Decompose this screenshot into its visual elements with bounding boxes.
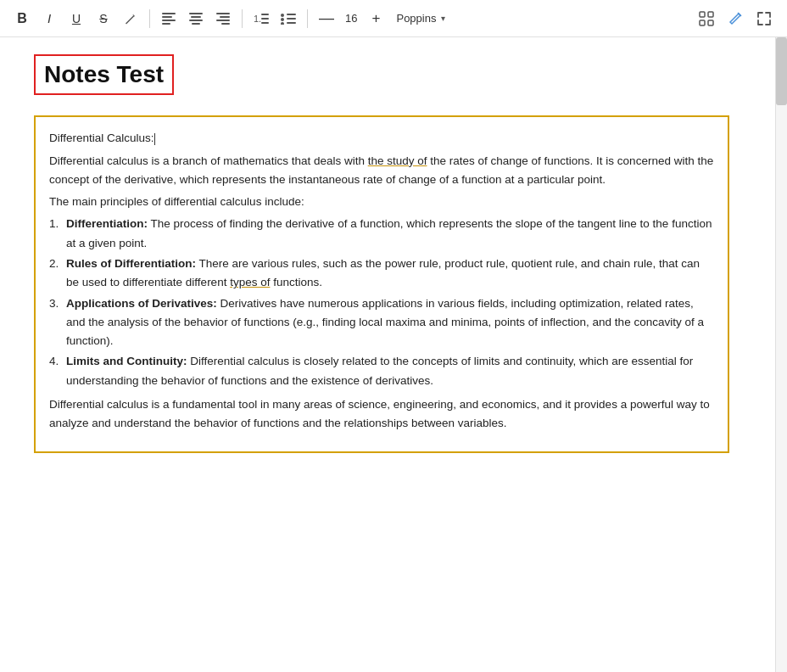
svg-rect-1 bbox=[162, 16, 172, 18]
edit-button[interactable] bbox=[723, 6, 748, 31]
divider-1 bbox=[149, 9, 150, 28]
note-paragraph1: Differential calculus is a branch of mat… bbox=[49, 152, 714, 190]
svg-rect-22 bbox=[700, 12, 705, 17]
list-item-1: 1. Differentiation: The process of findi… bbox=[49, 215, 714, 253]
list-num-3: 3. bbox=[49, 294, 63, 351]
svg-rect-0 bbox=[162, 13, 176, 14]
svg-rect-20 bbox=[287, 18, 296, 20]
list-num-2: 2. bbox=[49, 255, 63, 293]
note-heading: Differential Calculus: bbox=[49, 129, 714, 148]
font-name: Poppins bbox=[396, 12, 436, 25]
list-body-2: Rules of Differentiation: There are vari… bbox=[66, 255, 714, 293]
title-wrapper: Notes Test bbox=[34, 54, 174, 95]
list-title-4: Limits and Continuity: bbox=[66, 355, 187, 367]
svg-rect-19 bbox=[287, 14, 296, 15]
list-body-3: Applications of Derivatives: Derivatives… bbox=[66, 294, 714, 351]
ordered-list-button[interactable]: 1. bbox=[249, 7, 273, 31]
italic-button[interactable]: I bbox=[37, 7, 61, 31]
minus-button[interactable]: — bbox=[315, 7, 338, 31]
divider-2 bbox=[242, 9, 243, 28]
text-cursor bbox=[154, 133, 155, 145]
list-title-1: Differentiation: bbox=[66, 217, 148, 230]
fullscreen-button[interactable] bbox=[751, 6, 777, 31]
svg-rect-9 bbox=[220, 16, 230, 18]
bold-button[interactable]: B bbox=[10, 7, 34, 31]
svg-rect-24 bbox=[700, 20, 705, 25]
svg-rect-3 bbox=[162, 23, 170, 25]
svg-rect-4 bbox=[189, 13, 203, 14]
svg-point-17 bbox=[281, 18, 284, 21]
plus-button[interactable]: + bbox=[364, 7, 388, 31]
svg-rect-23 bbox=[708, 12, 713, 17]
note-conclusion: Differential calculus is a fundamental t… bbox=[49, 395, 714, 434]
svg-rect-8 bbox=[216, 13, 230, 14]
svg-rect-7 bbox=[192, 23, 200, 25]
doc-title: Notes Test bbox=[44, 59, 164, 90]
font-size-display: 16 bbox=[342, 7, 360, 31]
note-paragraph2: The main principles of differential calc… bbox=[49, 193, 714, 211]
svg-rect-2 bbox=[162, 20, 176, 21]
dropdown-arrow: ▾ bbox=[441, 14, 445, 23]
note-box[interactable]: Differential Calculus: Differential calc… bbox=[34, 115, 729, 453]
align-right-button[interactable] bbox=[211, 7, 235, 31]
list-item-2: 2. Rules of Differentiation: There are v… bbox=[49, 255, 714, 293]
list-item-4: 4. Limits and Continuity: Differential c… bbox=[49, 352, 714, 390]
svg-point-18 bbox=[281, 22, 284, 25]
align-left-button[interactable] bbox=[157, 7, 181, 31]
strikethrough-button[interactable]: S bbox=[92, 7, 115, 31]
list-num-4: 4. bbox=[49, 352, 63, 390]
svg-rect-11 bbox=[221, 23, 230, 25]
list-body-1: Differentiation: The process of finding … bbox=[66, 215, 714, 253]
list-num-1: 1. bbox=[49, 215, 63, 253]
note-list: 1. Differentiation: The process of findi… bbox=[49, 215, 714, 389]
svg-rect-14 bbox=[261, 18, 269, 20]
list-body-4: Limits and Continuity: Differential calc… bbox=[66, 352, 714, 390]
scrollbar-thumb[interactable] bbox=[776, 37, 787, 105]
underline-button[interactable]: U bbox=[64, 7, 88, 31]
align-center-button[interactable] bbox=[184, 7, 208, 31]
svg-rect-5 bbox=[191, 16, 201, 18]
main-content: Notes Test Differential Calculus: Differ… bbox=[0, 37, 787, 487]
svg-rect-25 bbox=[708, 20, 713, 25]
unordered-list-button[interactable] bbox=[276, 7, 300, 31]
list-item-3: 3. Applications of Derivatives: Derivati… bbox=[49, 294, 714, 351]
divider-3 bbox=[307, 9, 308, 28]
highlight-button[interactable] bbox=[119, 7, 142, 31]
underline-study-of: the study of bbox=[368, 154, 427, 167]
list-title-3: Applications of Derivatives: bbox=[66, 297, 217, 310]
list-title-2: Rules of Differentiation: bbox=[66, 257, 196, 270]
grid-button[interactable] bbox=[694, 6, 719, 31]
font-selector[interactable]: Poppins ▾ bbox=[391, 10, 450, 26]
toolbar: B I U S 1. — 16 + Poppins ▾ bbox=[0, 0, 787, 37]
underline-types-of: types of bbox=[230, 276, 270, 288]
scrollbar-track[interactable] bbox=[775, 37, 787, 672]
svg-rect-10 bbox=[216, 20, 230, 21]
svg-text:1.: 1. bbox=[254, 14, 261, 24]
svg-rect-15 bbox=[261, 22, 269, 24]
svg-rect-6 bbox=[189, 20, 203, 21]
svg-rect-21 bbox=[287, 22, 296, 24]
svg-point-16 bbox=[281, 14, 284, 17]
svg-rect-13 bbox=[261, 14, 269, 15]
